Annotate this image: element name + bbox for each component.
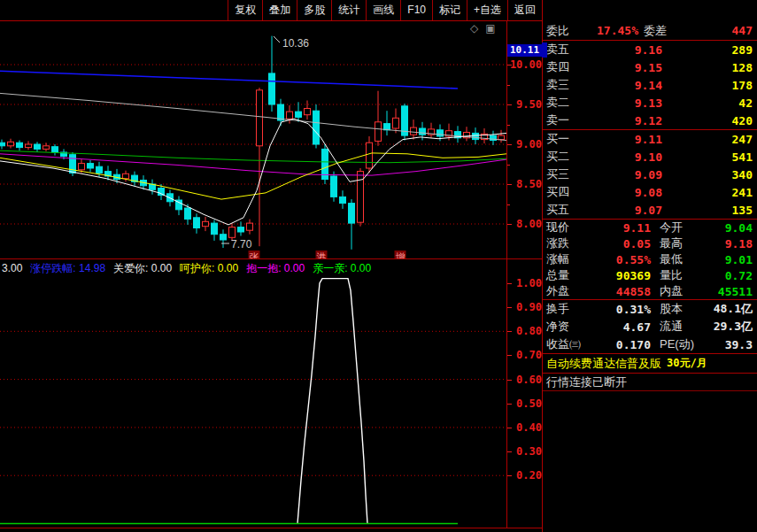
info-row: 总量90369量比0.72: [543, 267, 757, 283]
info-row: 涨跌0.05最高9.18: [543, 235, 757, 251]
field-value: 90369: [587, 269, 651, 282]
ladder-label: 买二: [546, 149, 587, 165]
field-value: 0.31%: [587, 303, 651, 316]
axis-tick: [507, 355, 512, 356]
axis-label-main: 8.00: [508, 218, 542, 230]
ladder-volume: 541: [662, 150, 757, 164]
field-value: 9.18: [706, 237, 757, 251]
field-value: 9.04: [706, 221, 757, 235]
sell-ladder: 卖五9.16289卖四9.15128卖三9.14178卖二9.1342卖一9.1…: [543, 41, 757, 129]
diamond-icon[interactable]: ◇: [470, 22, 478, 35]
axis-label-lower: 0.90: [508, 301, 542, 313]
sell-row[interactable]: 卖四9.15128: [543, 58, 757, 76]
weibi-row: 委比 17.45% 委差 447: [543, 21, 757, 41]
buy-row[interactable]: 买二9.10541: [543, 148, 757, 166]
buy-row[interactable]: 买一9.11247: [543, 130, 757, 148]
ladder-price: 9.16: [587, 43, 662, 57]
axis-label-lower: 0.30: [508, 445, 542, 458]
menu-item-F10[interactable]: F10: [400, 0, 432, 20]
field-label: 净资: [546, 319, 587, 335]
buy-row[interactable]: 买三9.09340: [543, 166, 757, 183]
sell-row[interactable]: 卖三9.14178: [543, 76, 757, 94]
ladder-label: 买五: [546, 202, 587, 218]
kline-chart[interactable]: 10.367.70张港增: [0, 21, 506, 259]
indicator-chart[interactable]: [0, 259, 506, 528]
axis-tick: [507, 380, 512, 381]
ladder-volume: 128: [662, 61, 757, 74]
axis-tick: [507, 144, 512, 145]
current-price-tab: [542, 42, 547, 58]
field-value: 0.72: [706, 269, 757, 282]
ad-text: 自动续费通达信普及版: [546, 356, 661, 372]
axis-minor-tick: [507, 165, 510, 166]
field-value: 9.11: [587, 221, 651, 235]
sell-row[interactable]: 卖二9.1342: [543, 94, 757, 112]
info-row: 涨幅0.55%最低9.01: [543, 251, 757, 267]
ladder-price: 9.10: [587, 150, 662, 164]
buy-row[interactable]: 买五9.07135: [543, 201, 757, 219]
field-label: 内盘: [660, 283, 706, 299]
axis-minor-tick: [507, 125, 510, 126]
ad-price: 30元/月: [667, 356, 707, 371]
ladder-price: 9.07: [587, 204, 662, 217]
ladder-label: 卖四: [546, 59, 587, 75]
sell-row[interactable]: 卖五9.16289: [543, 41, 757, 58]
axis-tick: [507, 428, 512, 428]
weicha-label: 委差: [644, 23, 667, 39]
ladder-volume: 247: [662, 133, 757, 146]
ladder-price: 9.15: [587, 61, 662, 74]
menu-item-返回[interactable]: 返回: [507, 0, 542, 20]
menu-item-复权[interactable]: 复权: [228, 0, 262, 20]
field-value: 44858: [587, 285, 651, 298]
window-icon[interactable]: ▣: [485, 22, 495, 35]
menu-item-+自选[interactable]: +自选: [467, 0, 507, 20]
weibi-value: 17.45%: [569, 24, 638, 37]
ladder-volume: 420: [662, 114, 757, 127]
axis-label-lower: 0.40: [508, 421, 542, 434]
axis-tick: [507, 283, 512, 284]
ladder-volume: 340: [662, 168, 757, 181]
field-value: 4.67: [587, 320, 651, 334]
field-value: 39.3: [706, 338, 757, 351]
ladder-label: 卖二: [546, 95, 587, 111]
field-value: 0.55%: [587, 253, 651, 266]
field-label: 涨幅: [546, 251, 587, 267]
menu-item-叠加[interactable]: 叠加: [262, 0, 297, 20]
ladder-label: 卖五: [546, 42, 587, 58]
field-label: 量比: [660, 267, 706, 283]
axis-label-lower: 1.00: [508, 277, 542, 289]
ladder-label: 买三: [546, 166, 587, 182]
ladder-volume: 42: [662, 96, 757, 110]
axis-label-lower: 0.80: [508, 325, 542, 337]
axis-tick: [507, 475, 512, 476]
menu-item-画线[interactable]: 画线: [366, 0, 400, 20]
ladder-price: 9.09: [587, 168, 662, 181]
ladder-price: 9.14: [587, 79, 662, 92]
field-label: 收益㈢: [546, 336, 587, 352]
buy-row[interactable]: 买四9.08241: [543, 183, 757, 201]
field-value: 9.01: [706, 253, 757, 266]
axis-tick: [507, 224, 512, 225]
axis-tick: [507, 184, 512, 185]
axis-label-lower: 0.70: [508, 349, 542, 361]
ladder-volume: 135: [662, 204, 757, 217]
menu-item-多股[interactable]: 多股: [297, 0, 331, 20]
field-value: 45511: [706, 285, 757, 298]
field-label: 换手: [546, 301, 587, 317]
ladder-price: 9.13: [587, 96, 662, 110]
menu-item-标记[interactable]: 标记: [432, 0, 467, 20]
quote-info-grid: 现价9.11今开9.04涨跌0.05最高9.18涨幅0.55%最低9.01总量9…: [543, 220, 757, 299]
top-menu: 复权叠加多股统计画线F10标记+自选返回: [228, 0, 542, 20]
ladder-label: 买一: [546, 131, 587, 147]
ladder-label: 卖三: [546, 77, 587, 93]
indicator-value: 涨停跌幅: 14.98: [30, 262, 105, 274]
field-label: PE(动): [660, 336, 706, 352]
menu-item-统计[interactable]: 统计: [331, 0, 366, 20]
field-value: 0.05: [587, 237, 651, 251]
fund-row: 净资4.67流通29.3亿: [543, 318, 757, 335]
axis-label-lower: 0.50: [508, 397, 542, 410]
sell-row[interactable]: 卖一9.12420: [543, 112, 757, 129]
subscription-banner[interactable]: 自动续费通达信普及版 30元/月: [543, 353, 757, 374]
indicator-value: 3.00: [2, 262, 22, 274]
field-value: 0.170: [587, 338, 651, 351]
